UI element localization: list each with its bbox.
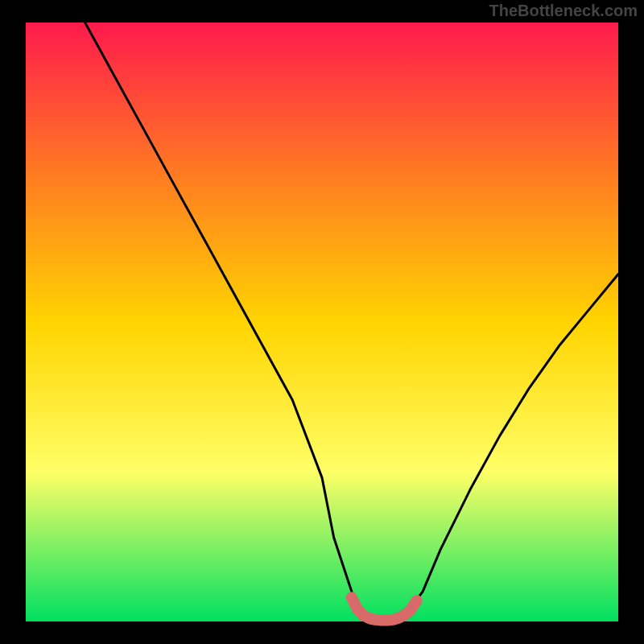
watermark-text: TheBottleneck.com bbox=[489, 2, 638, 20]
chart-stage: TheBottleneck.com bbox=[0, 0, 644, 644]
bottleneck-chart bbox=[0, 0, 644, 644]
gradient-panel bbox=[26, 23, 618, 621]
